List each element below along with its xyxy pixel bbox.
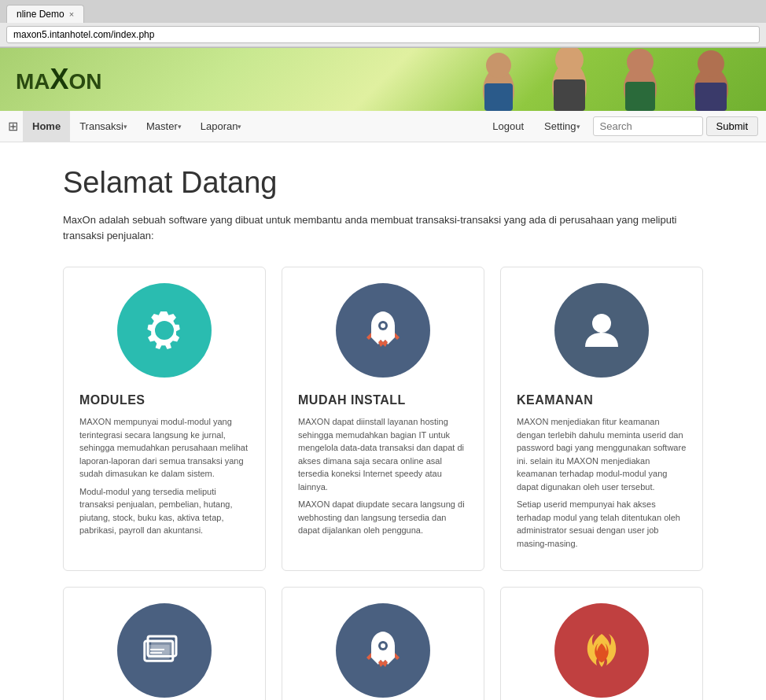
- card-keamanan: KEAMANAN MAXON menjediakan fitur keamana…: [500, 267, 703, 571]
- svg-point-12: [159, 325, 170, 336]
- nav-right: Logout Setting ▾ Submit: [484, 111, 758, 142]
- svg-point-10: [698, 50, 724, 77]
- card-modules-icon-area: [79, 283, 249, 378]
- header-banner: MAXON: [0, 48, 766, 111]
- tab-close-button[interactable]: ×: [69, 9, 74, 19]
- svg-point-1: [486, 53, 511, 78]
- card-online-help: ONLINE HELP MAXON dibuat oleh kelompok p…: [500, 587, 703, 700]
- card-keamanan-title: KEAMANAN: [517, 393, 687, 407]
- card-modules: MODULES MAXON mempunyai modul-modul yang…: [63, 267, 266, 571]
- page-title: Selamat Datang: [63, 166, 703, 200]
- fire-icon: [578, 627, 625, 674]
- card-laporan: LAPORAN MAXON menjediakan lebih dari 100…: [63, 587, 266, 700]
- install-icon-circle: [336, 283, 430, 378]
- browser-chrome: nline Demo ×: [0, 0, 766, 48]
- card-modules-title: MODULES: [79, 393, 249, 407]
- card-help-icon-area: [517, 603, 687, 698]
- user-icon: [578, 307, 625, 354]
- rocket2-icon: [359, 627, 407, 674]
- nav-transaksi-label: Transaksi: [79, 120, 123, 132]
- logo-x: X: [50, 63, 69, 95]
- setting-label: Setting: [544, 120, 576, 132]
- nav-setting[interactable]: Setting ▾: [535, 111, 589, 142]
- address-bar: [0, 23, 766, 47]
- svg-rect-5: [554, 79, 585, 111]
- help-icon-circle: [554, 603, 649, 698]
- tab-bar: nline Demo ×: [0, 0, 766, 23]
- page-wrapper: MAXON ⊞: [0, 48, 766, 700]
- svg-point-7: [627, 49, 654, 76]
- card-mudah-install: MUDAH INSTALL MAXON dapat diinstall laya…: [282, 267, 484, 571]
- card-install-text1: MAXON dapat diinstall layanan hosting se…: [298, 415, 468, 493]
- cards-grid-row2: LAPORAN MAXON menjediakan lebih dari 100…: [63, 587, 703, 700]
- svg-point-14: [381, 323, 385, 328]
- card-laporan-icon-area: [79, 603, 249, 698]
- running-icon-circle: [336, 603, 430, 698]
- tab-label: nline Demo: [17, 9, 64, 20]
- nav-home[interactable]: Home: [23, 111, 70, 142]
- svg-point-15: [592, 314, 611, 333]
- svg-rect-11: [695, 83, 727, 111]
- laporan-icon-circle: [117, 603, 212, 698]
- card-install-text2: MAXON dapat diupdate secara langsung di …: [298, 498, 468, 537]
- monitor-icon: [141, 627, 188, 674]
- logo: MAXON: [16, 63, 102, 96]
- nav-laporan[interactable]: Laporan ▾: [191, 111, 252, 142]
- card-modules-text1: MAXON mempunyai modul-modul yang terinte…: [79, 415, 249, 481]
- banner-image: [451, 48, 766, 111]
- card-running: RUNNING MAXON dapat dijalankan hanya lew…: [282, 587, 484, 700]
- main-content: Selamat Datang MaxOn adalah sebuah softw…: [0, 142, 766, 700]
- address-input[interactable]: [6, 26, 760, 43]
- card-running-icon-area: [298, 603, 468, 698]
- nav-master[interactable]: Master ▾: [137, 111, 191, 142]
- rocket-icon: [359, 307, 407, 354]
- grid-icon: ⊞: [8, 119, 18, 134]
- page-description: MaxOn adalah sebuah software yang dibuat…: [63, 212, 703, 243]
- keamanan-icon-circle: [554, 283, 649, 378]
- svg-rect-8: [625, 82, 655, 111]
- nav-transaksi[interactable]: Transaksi ▾: [70, 111, 137, 142]
- logout-button[interactable]: Logout: [484, 117, 532, 135]
- svg-rect-2: [484, 83, 513, 111]
- navbar: ⊞ Home Transaksi ▾ Master ▾ Laporan ▾ Lo…: [0, 111, 766, 142]
- card-keamanan-text1: MAXON menjediakan fitur keamanan dengan …: [517, 415, 687, 493]
- nav-laporan-label: Laporan: [201, 120, 238, 132]
- modules-icon-circle: [117, 283, 212, 378]
- gear-icon: [141, 307, 188, 354]
- transaksi-dropdown-arrow: ▾: [123, 123, 127, 131]
- laporan-dropdown-arrow: ▾: [238, 123, 241, 131]
- master-dropdown-arrow: ▾: [178, 123, 182, 131]
- svg-point-24: [381, 643, 385, 648]
- search-input[interactable]: [593, 116, 703, 136]
- card-install-title: MUDAH INSTALL: [298, 393, 468, 407]
- card-install-icon-area: [298, 283, 468, 378]
- banner-people: [451, 48, 766, 111]
- card-modules-text2: Modul-modul yang tersedia meliputi trans…: [79, 485, 249, 537]
- submit-button[interactable]: Submit: [706, 116, 758, 136]
- setting-dropdown-arrow: ▾: [576, 123, 580, 131]
- nav-master-label: Master: [146, 120, 178, 132]
- browser-tab[interactable]: nline Demo ×: [6, 5, 84, 23]
- card-keamanan-icon-area: [517, 283, 687, 378]
- cards-grid-row1: MODULES MAXON mempunyai modul-modul yang…: [63, 267, 703, 571]
- card-keamanan-text2: Setiap userid mempunyai hak akses terhad…: [517, 498, 687, 550]
